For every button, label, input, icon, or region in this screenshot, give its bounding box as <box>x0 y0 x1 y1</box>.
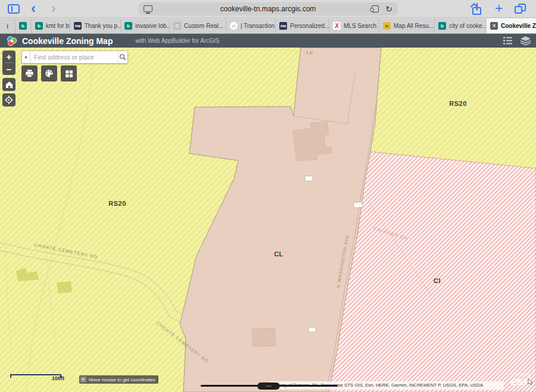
address-label-box <box>354 202 363 208</box>
address-label-box <box>308 327 316 332</box>
zone-label-rs20-right: RS20 <box>449 100 467 107</box>
browser-toolbar: ‹ › cookeville-tn.maps.arcgis.com ↻ + <box>0 0 536 18</box>
locate-icon <box>5 96 13 104</box>
legend-button[interactable] <box>503 36 513 45</box>
address-label-box <box>305 176 313 181</box>
tab-favicon: ≈ <box>383 22 391 30</box>
reload-icon[interactable]: ↻ <box>385 2 392 15</box>
forward-button[interactable]: › <box>51 0 56 17</box>
browser-tab-active[interactable]: ✕Cookeville Z... <box>487 18 536 33</box>
home-indicator[interactable] <box>257 382 280 390</box>
coordinates-widget[interactable]: ✛ Move mouse to get coordinates <box>79 375 158 384</box>
bing-favicon: b <box>19 22 27 30</box>
browser-tab-6[interactable]: CCustom Real... <box>170 18 226 33</box>
bing-favicon: b <box>124 22 132 30</box>
tab-bar: i b bkmt for bre PMThank you p... binvas… <box>0 18 536 34</box>
browser-tab-5[interactable]: binvasive lob... <box>121 18 170 33</box>
tab-label: Personalized... <box>290 23 329 29</box>
map-canvas[interactable]: CHOATE CEMETERY RD CHOATE CEMETERY RD N … <box>0 48 536 392</box>
tab-favicon: ✕ <box>490 22 498 30</box>
basemap-gallery-button[interactable] <box>61 65 77 81</box>
pm-favicon: PM <box>74 22 82 30</box>
tab-label: MLS Search <box>344 23 376 29</box>
zoom-control: + − <box>2 51 15 75</box>
tab-favicon: i <box>4 22 11 30</box>
zone-label-rs20-left: RS20 <box>108 200 126 207</box>
mouse-cursor <box>528 378 534 385</box>
page-subtitle: with Web AppBuilder for ArcGIS <box>135 37 219 44</box>
pm-favicon: PM <box>279 22 287 30</box>
tab-label: Thank you p... <box>85 23 120 29</box>
browser-tab-7[interactable]: ∩| Transaction... <box>226 18 276 33</box>
bing-favicon: b <box>438 22 446 30</box>
tab-overview-icon[interactable] <box>515 4 526 14</box>
crosshair-icon[interactable]: ✛ <box>80 377 86 382</box>
home-icon <box>5 81 13 89</box>
home-extent-button[interactable] <box>2 78 15 91</box>
print-button[interactable] <box>21 65 38 81</box>
browser-tab-11[interactable]: bcity of cooke... <box>435 18 487 33</box>
tab-favicon: ∩ <box>230 22 238 30</box>
zoning-basemap: CHOATE CEMETERY RD CHOATE CEMETERY RD N … <box>0 48 536 392</box>
browser-tab-3[interactable]: bkmt for bre <box>32 18 70 33</box>
address-bar[interactable]: cookeville-tn.maps.arcgis.com ↻ <box>138 2 398 15</box>
coordinates-hint: Move mouse to get coordinates <box>89 377 155 382</box>
tab-favicon: X <box>333 22 341 30</box>
browser-tab-2[interactable]: b <box>15 18 32 33</box>
extensions-icon[interactable] <box>372 5 379 12</box>
tab-favicon: C <box>173 22 181 30</box>
printer-icon <box>24 68 35 79</box>
browser-tab-10[interactable]: ≈Map All Resu... <box>379 18 435 33</box>
building-footprint <box>252 328 275 346</box>
palette-icon <box>44 68 54 79</box>
app-logo-icon <box>7 36 17 46</box>
browser-tab-1[interactable]: i <box>0 18 15 33</box>
search-input[interactable] <box>30 51 118 63</box>
browser-tab-4[interactable]: PMThank you p... <box>70 18 121 33</box>
tab-label: | Transaction... <box>241 23 275 29</box>
my-location-button[interactable] <box>2 93 15 106</box>
tab-label: Cookeville Z... <box>501 23 536 29</box>
zone-label-cl: CL <box>274 250 283 258</box>
search-widget: ▾ <box>21 51 128 64</box>
url-text: cookeville-tn.maps.arcgis.com <box>138 2 398 15</box>
new-tab-button[interactable]: + <box>495 0 503 17</box>
browser-tab-8[interactable]: PMPersonalized... <box>276 18 329 33</box>
app-header: Cookeville Zoning Map with Web AppBuilde… <box>0 34 536 48</box>
scale-bar-label: 100ft <box>52 375 64 381</box>
tab-label: Custom Real... <box>184 23 223 29</box>
tab-label: city of cooke... <box>449 23 486 29</box>
draw-button[interactable] <box>41 65 57 81</box>
layers-button[interactable] <box>520 36 531 46</box>
zone-label-ci: CI <box>434 277 441 284</box>
building-footprint <box>57 281 72 293</box>
zoom-in-button[interactable]: + <box>2 51 15 62</box>
search-source-dropdown[interactable]: ▾ <box>22 51 30 63</box>
tab-label: invasive lob... <box>135 23 169 29</box>
browser-tab-9[interactable]: XMLS Search <box>329 18 379 33</box>
grid-icon <box>64 69 74 79</box>
bing-favicon: b <box>35 22 43 30</box>
zoom-out-button[interactable]: − <box>2 63 15 75</box>
screen: ‹ › cookeville-tn.maps.arcgis.com ↻ + i … <box>0 0 536 392</box>
tab-label: kmt for bre <box>46 23 70 29</box>
search-button[interactable] <box>118 51 127 63</box>
back-button[interactable]: ‹ <box>31 0 36 17</box>
sidebar-toggle-icon[interactable] <box>8 4 20 14</box>
tab-label: Map All Resu... <box>394 23 434 29</box>
page-title: Cookeville Zoning Map <box>22 36 113 46</box>
search-icon <box>119 54 126 61</box>
share-icon[interactable] <box>472 3 482 15</box>
